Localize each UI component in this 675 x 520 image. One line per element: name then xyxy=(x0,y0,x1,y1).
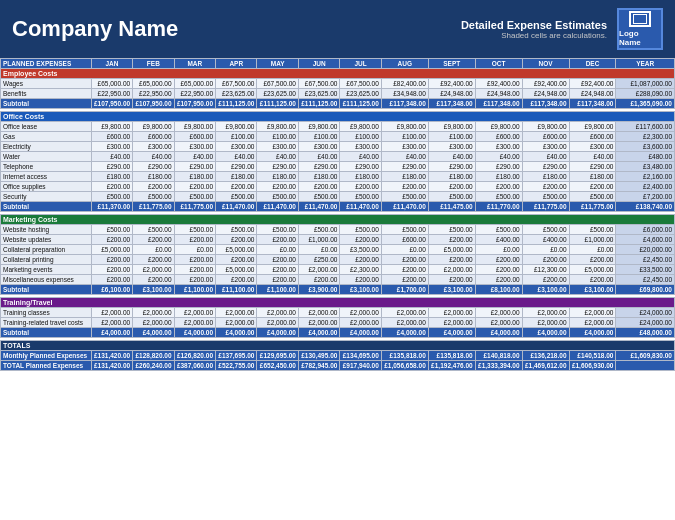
data-row-3-0: Training classes£2,000.00£2,000.00£2,000… xyxy=(1,308,675,318)
data-row-1-3: Water£40.00£40.00£40.00£40.00£40.00£40.0… xyxy=(1,152,675,162)
section-header-3: Training/Travel xyxy=(1,298,675,308)
data-row-3-1: Training-related travel costs£2,000.00£2… xyxy=(1,318,675,328)
data-row-2-2: Collateral preparation£5,000.00£0.00£0.0… xyxy=(1,245,675,255)
doc-title: Detailed Expense Estimates xyxy=(461,19,607,31)
col-header-5: MAY xyxy=(257,59,298,69)
data-row-2-5: Miscellaneous expenses£200.00£200.00£200… xyxy=(1,275,675,285)
col-header-12: DEC xyxy=(569,59,616,69)
data-row-0-1: Benefits£22,950.00£22,950.00£22,950.00£2… xyxy=(1,89,675,99)
data-row-2-4: Marketing events£200.00£2,000.00£200.00£… xyxy=(1,265,675,275)
data-row-1-5: Internet access£180.00£180.00£180.00£180… xyxy=(1,172,675,182)
header: Company Name Detailed Expense Estimates … xyxy=(0,0,675,58)
totals-row-0: Monthly Planned Expenses£131,420.00£128,… xyxy=(1,351,675,361)
subtotal-row-1: Subtotal£11,370.00£11,775.00£11,775.00£1… xyxy=(1,202,675,212)
section-header-0: Employee Costs xyxy=(1,69,675,79)
col-header-9: SEPT xyxy=(428,59,475,69)
col-header-13: YEAR xyxy=(616,59,675,69)
company-name: Company Name xyxy=(12,16,178,42)
totals-row-1: TOTAL Planned Expenses£131,420.00£260,24… xyxy=(1,361,675,371)
col-header-3: MAR xyxy=(174,59,215,69)
col-header-0: PLANNED EXPENSES xyxy=(1,59,92,69)
data-row-1-2: Electricity£300.00£300.00£300.00£300.00£… xyxy=(1,142,675,152)
section-header-1: Office Costs xyxy=(1,112,675,122)
col-header-6: JUN xyxy=(298,59,339,69)
col-header-7: JUL xyxy=(340,59,381,69)
data-row-2-1: Website updates£200.00£200.00£200.00£200… xyxy=(1,235,675,245)
logo: Logo Name xyxy=(617,8,663,50)
col-header-10: OCT xyxy=(475,59,522,69)
col-header-4: APR xyxy=(216,59,257,69)
col-header-11: NOV xyxy=(522,59,569,69)
data-row-1-6: Office supplies£200.00£200.00£200.00£200… xyxy=(1,182,675,192)
data-row-1-4: Telephone£290.00£290.00£290.00£290.00£29… xyxy=(1,162,675,172)
section-header-2: Marketing Costs xyxy=(1,215,675,225)
column-headers: PLANNED EXPENSESJANFEBMARAPRMAYJUNJULAUG… xyxy=(1,59,675,69)
data-row-1-7: Security£500.00£500.00£500.00£500.00£500… xyxy=(1,192,675,202)
subtotal-row-3: Subtotal£4,000.00£4,000.00£4,000.00£4,00… xyxy=(1,328,675,338)
doc-subtitle: Shaded cells are calculations. xyxy=(461,31,607,40)
data-row-2-3: Collateral printing£200.00£200.00£200.00… xyxy=(1,255,675,265)
col-header-8: AUG xyxy=(381,59,428,69)
col-header-2: FEB xyxy=(133,59,174,69)
totals-header: TOTALS xyxy=(1,341,675,351)
subtotal-row-2: Subtotal£6,100.00£3,100.00£1,100.00£11,1… xyxy=(1,285,675,295)
data-row-1-1: Gas£600.00£600.00£600.00£100.00£100.00£1… xyxy=(1,132,675,142)
data-row-2-0: Website hosting£500.00£500.00£500.00£500… xyxy=(1,225,675,235)
data-row-0-0: Wages£65,000.00£65,000.00£65,000.00£67,5… xyxy=(1,79,675,89)
col-header-1: JAN xyxy=(91,59,132,69)
data-row-1-0: Office lease£9,800.00£9,800.00£9,800.00£… xyxy=(1,122,675,132)
subtotal-row-0: Subtotal£107,950.00£107,950.00£107,950.0… xyxy=(1,99,675,109)
spreadsheet: PLANNED EXPENSESJANFEBMARAPRMAYJUNJULAUG… xyxy=(0,58,675,520)
